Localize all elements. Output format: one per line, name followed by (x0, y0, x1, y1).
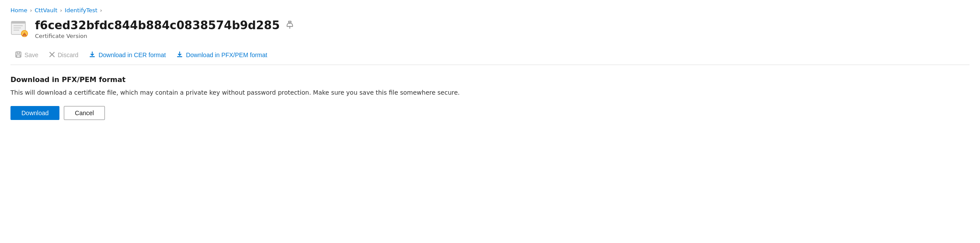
save-label: Save (24, 51, 38, 58)
breadcrumb: Home › CttVault › IdentifyTest › (10, 7, 970, 14)
cancel-button[interactable]: Cancel (64, 106, 105, 120)
download-panel: Download in PFX/PEM format This will dow… (10, 74, 970, 122)
download-cer-label: Download in CER format (98, 51, 166, 58)
breadcrumb-identifytest[interactable]: IdentifyTest (65, 7, 97, 14)
svg-rect-12 (17, 55, 20, 57)
download-panel-description: This will download a certificate file, w… (10, 88, 970, 97)
breadcrumb-cttvault[interactable]: CttVault (35, 7, 57, 14)
svg-rect-1 (11, 21, 25, 24)
discard-label: Discard (58, 51, 78, 58)
page-container: Home › CttVault › IdentifyTest › f6ced32… (0, 0, 980, 129)
download-cer-button[interactable]: Download in CER format (84, 49, 170, 61)
save-icon (15, 51, 22, 59)
svg-rect-11 (17, 52, 20, 54)
page-title: f6ced32bfdc844b884c0838574b9d285 (35, 19, 295, 32)
breadcrumb-sep-3: › (100, 7, 102, 14)
toolbar: Save Discard Download in CER format (10, 45, 970, 65)
breadcrumb-home[interactable]: Home (10, 7, 27, 14)
breadcrumb-sep-2: › (60, 7, 62, 14)
download-pfx-button[interactable]: Download in PFX/PEM format (172, 49, 271, 61)
page-subtitle: Certificate Version (35, 33, 295, 39)
cert-title: f6ced32bfdc844b884c0838574b9d285 (35, 19, 280, 32)
action-buttons: Download Cancel (10, 106, 970, 120)
download-panel-title: Download in PFX/PEM format (10, 75, 970, 84)
download-cer-icon (89, 51, 96, 59)
discard-button[interactable]: Discard (45, 49, 83, 61)
download-pfx-label: Download in PFX/PEM format (186, 51, 267, 58)
download-button[interactable]: Download (10, 106, 59, 120)
certificate-icon (10, 20, 29, 38)
save-button[interactable]: Save (10, 49, 43, 61)
breadcrumb-sep-1: › (30, 7, 32, 14)
discard-icon (49, 51, 55, 58)
pin-icon[interactable] (285, 20, 295, 31)
header-text: f6ced32bfdc844b884c0838574b9d285 Certifi… (35, 19, 295, 39)
page-header: f6ced32bfdc844b884c0838574b9d285 Certifi… (10, 19, 970, 39)
download-pfx-icon (176, 51, 183, 59)
